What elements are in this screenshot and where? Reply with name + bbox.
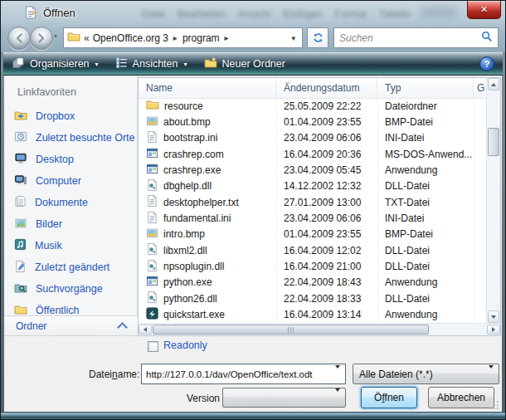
- triangle-up-icon: [491, 83, 496, 86]
- file-modified-date: 22.04.2009 18:33: [276, 293, 377, 305]
- filetype-combobox[interactable]: Alle Dateien (*.*): [353, 364, 499, 384]
- sidebar-item[interactable]: Computer: [4, 170, 137, 192]
- vertical-scroll-thumb[interactable]: [488, 128, 499, 156]
- readonly-label[interactable]: Readonly: [163, 339, 207, 351]
- file-type: Dateiordner: [377, 100, 474, 112]
- scroll-right-button[interactable]: [487, 325, 500, 335]
- chevron-up-icon: [117, 322, 128, 333]
- search-input[interactable]: [334, 32, 481, 44]
- filetype-dropdown-icon: [489, 369, 499, 380]
- sidebar-item[interactable]: Dropbox: [4, 105, 137, 127]
- file-row[interactable]: libxml2.dll 16.04.2009 12:02 DLL-Datei: [139, 242, 486, 258]
- views-icon: [115, 56, 128, 71]
- file-modified-date: 23.04.2009 06:06: [276, 132, 377, 144]
- sidebar-item[interactable]: Zuletzt geändert: [4, 256, 137, 278]
- file-row[interactable]: npsoplugin.dll 16.04.2009 21:00 DLL-Date…: [139, 258, 486, 274]
- filename-dropdown-button[interactable]: [333, 369, 345, 380]
- search-icon: [481, 31, 493, 45]
- file-row[interactable]: about.bmp 01.04.2009 23:55 BMP-Datei: [139, 114, 486, 129]
- resize-grip-icon[interactable]: [489, 400, 499, 410]
- file-name: crashrep.com: [163, 149, 224, 160]
- bitmap-icon: [146, 227, 158, 242]
- version-combobox[interactable]: [222, 388, 346, 408]
- readonly-checkbox[interactable]: [148, 341, 158, 352]
- file-row[interactable]: crashrep.exe 23.04.2009 05:45 Anwendung: [139, 162, 486, 178]
- close-button[interactable]: ✕: [467, 1, 501, 19]
- filename-label: Dateiname:: [89, 369, 139, 380]
- forward-button[interactable]: [30, 27, 53, 50]
- filetype-value: Alle Dateien (*.*): [353, 369, 433, 380]
- quickstart-icon: [146, 307, 158, 322]
- breadcrumb-item[interactable]: program: [182, 32, 220, 44]
- sidebar-item-label: Suchvorgänge: [36, 283, 103, 295]
- back-button[interactable]: [7, 27, 31, 50]
- music-icon: [14, 238, 27, 253]
- filename-input[interactable]: [142, 369, 333, 379]
- sidebar-item[interactable]: Zuletzt besuchte Orte: [4, 127, 137, 149]
- ini-icon: [146, 130, 158, 146]
- scroll-down-button[interactable]: [488, 310, 499, 323]
- file-row[interactable]: python26.dll 22.04.2009 18:33 DLL-Datei: [139, 291, 486, 306]
- vertical-scrollbar[interactable]: [486, 78, 500, 323]
- history-dropdown-icon[interactable]: ▾: [54, 32, 57, 40]
- sidebar-item-label: Öffentlich: [36, 305, 80, 316]
- organize-button[interactable]: Organisieren ▾: [3, 53, 107, 75]
- column-header-modified[interactable]: Änderungsdatum: [276, 78, 377, 98]
- titlebar: DateiBearbeitenAnsichtEinfügenFormatTabe…: [1, 1, 505, 26]
- file-row[interactable]: crashrep.com 16.04.2009 20:36 MS-DOS-Anw…: [139, 146, 486, 162]
- sidebar-item[interactable]: Desktop: [4, 149, 137, 170]
- file-modified-date: 16.04.2009 13:14: [276, 309, 377, 320]
- desktop-icon: [14, 152, 27, 167]
- file-row[interactable]: fundamental.ini 23.04.2009 06:06 INI-Dat…: [139, 210, 486, 226]
- folder-icon: [67, 31, 80, 45]
- file-name: crashrep.exe: [163, 164, 221, 176]
- file-modified-date: 14.12.2002 12:32: [276, 180, 377, 192]
- breadcrumb-separator-icon[interactable]: ▸: [223, 33, 231, 42]
- column-header-row: Name Änderungsdatum Typ G: [139, 78, 486, 99]
- breadcrumb-dropdown-icon[interactable]: ▾: [288, 34, 299, 42]
- column-header-type[interactable]: Typ: [377, 78, 474, 98]
- file-row[interactable]: bootstrap.ini 23.04.2009 06:06 INI-Datei: [139, 130, 486, 146]
- folders-expander[interactable]: Ordner: [4, 315, 138, 336]
- file-row[interactable]: quickstart.exe 16.04.2009 13:14 Anwendun…: [139, 306, 486, 322]
- sidebar-item[interactable]: Dokumente: [4, 192, 137, 213]
- file-modified-date: 16.04.2009 20:36: [276, 149, 377, 160]
- cancel-button[interactable]: Abbrechen: [428, 387, 494, 408]
- column-header-size[interactable]: G: [474, 78, 486, 98]
- breadcrumb-overflow[interactable]: «: [84, 32, 90, 44]
- new-folder-button[interactable]: Neuer Ordner: [196, 53, 294, 75]
- breadcrumb-separator-icon[interactable]: ▸: [172, 33, 179, 42]
- recent-places-icon: [14, 130, 27, 145]
- file-type: TXT-Datei: [377, 197, 474, 208]
- views-button[interactable]: Ansichten ▾: [107, 53, 196, 75]
- views-label: Ansichten: [133, 58, 178, 70]
- refresh-button[interactable]: [307, 27, 328, 48]
- file-row[interactable]: resource 25.05.2009 22:22 Dateiordner: [139, 98, 486, 114]
- help-button[interactable]: ?: [479, 56, 494, 71]
- column-header-name[interactable]: Name: [139, 78, 276, 98]
- scroll-left-button[interactable]: [139, 325, 152, 335]
- file-row[interactable]: intro.bmp 01.04.2009 23:55 BMP-Datei: [139, 227, 486, 242]
- file-row[interactable]: desktophelper.txt 27.01.2009 13:00 TXT-D…: [139, 194, 486, 210]
- file-type: Anwendung: [377, 309, 474, 320]
- breadcrumb-item[interactable]: OpenOffice.org 3: [93, 32, 168, 44]
- sidebar-item[interactable]: Musik: [4, 235, 137, 256]
- open-button[interactable]: Öffnen: [361, 387, 417, 408]
- file-name: libxml2.dll: [163, 245, 207, 256]
- sidebar-item[interactable]: Bilder: [4, 213, 137, 235]
- horizontal-scroll-thumb[interactable]: [153, 325, 429, 335]
- file-modified-date: 01.04.2009 23:55: [276, 116, 377, 128]
- new-folder-label: Neuer Ordner: [222, 58, 285, 70]
- sidebar-item-label: Musik: [35, 240, 62, 252]
- new-folder-icon: [204, 56, 217, 71]
- help-icon: ?: [484, 59, 490, 69]
- scroll-up-button[interactable]: [488, 78, 499, 90]
- file-name: python26.dll: [163, 293, 217, 305]
- sidebar-item[interactable]: Suchvorgänge: [4, 278, 137, 300]
- horizontal-scrollbar[interactable]: [139, 323, 500, 335]
- breadcrumb: « OpenOffice.org 3▸program▸ ▾: [63, 27, 303, 48]
- file-row[interactable]: dbghelp.dll 14.12.2002 12:32 DLL-Datei: [139, 178, 486, 194]
- sidebar-item-label: Desktop: [36, 154, 74, 165]
- chevron-down-icon: ▾: [95, 61, 99, 68]
- file-row[interactable]: python.exe 22.04.2009 18:43 Anwendung: [139, 275, 486, 291]
